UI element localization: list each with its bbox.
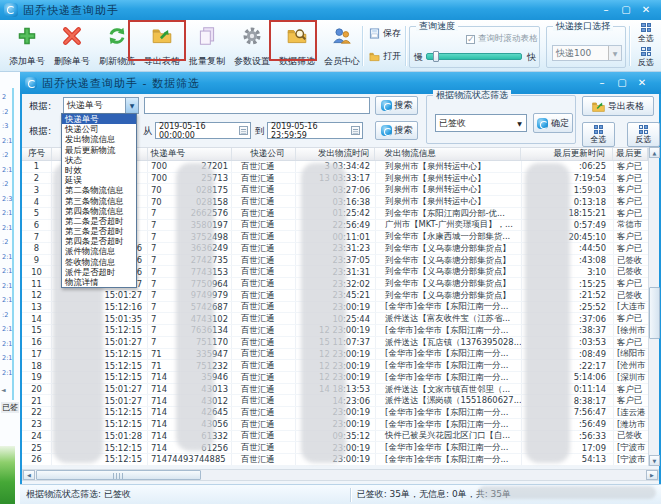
background-text-fragment: 2:1 bbox=[2, 341, 12, 348]
maximize-button[interactable]: ▢ bbox=[619, 3, 633, 16]
table-cell: 13 bbox=[22, 302, 52, 313]
dropdown-option[interactable]: 发出物流信息 bbox=[62, 134, 136, 144]
scroll-left-icon[interactable]: ◀ bbox=[23, 470, 35, 480]
open-button[interactable]: 打开 bbox=[366, 46, 404, 66]
table-cell: 到金华市【义乌泰塘分部集货点】 bbox=[376, 278, 522, 289]
dropdown-option[interactable]: 第三条是否超时 bbox=[62, 226, 136, 236]
dialog-invert-button[interactable]: 反选 bbox=[627, 122, 660, 147]
member-center-button[interactable]: 会员中心 bbox=[320, 23, 364, 69]
table-cell: 百世汇通 bbox=[232, 161, 296, 172]
dropdown-option[interactable]: 状态 bbox=[62, 155, 136, 165]
minimize-button[interactable]: – bbox=[599, 3, 613, 16]
search-icon bbox=[381, 125, 392, 136]
scroll-down-icon[interactable]: ▼ bbox=[649, 455, 660, 466]
table-cell: 7 bbox=[22, 231, 52, 242]
table-cell: 16 bbox=[22, 337, 52, 348]
vertical-scroll-thumb[interactable] bbox=[649, 287, 660, 339]
column-header[interactable]: 发出物流信息 bbox=[375, 148, 521, 160]
dropdown-option[interactable]: 第二条物流信息 bbox=[62, 185, 136, 195]
calendar-icon[interactable] bbox=[351, 126, 360, 135]
table-cell: [潍坊市 bbox=[614, 419, 648, 430]
batch-copy-button[interactable]: 批量复制 bbox=[185, 23, 229, 69]
speed-slider[interactable] bbox=[426, 53, 522, 60]
dialog-minimize-button[interactable]: – bbox=[595, 76, 609, 89]
dropdown-option[interactable]: 第四条物流信息 bbox=[62, 206, 136, 216]
scroll-table-checkbox[interactable] bbox=[466, 35, 475, 44]
invert-select-button[interactable]: 反选 bbox=[633, 47, 659, 68]
table-cell: 百世汇通 bbox=[232, 208, 296, 219]
background-text-fragment: 2:1 bbox=[2, 297, 12, 304]
scroll-table-checkbox-label: 查询时滚动表格 bbox=[478, 33, 538, 45]
dropdown-option[interactable]: 延误 bbox=[62, 175, 136, 185]
calendar-icon[interactable] bbox=[239, 126, 248, 135]
filter1-label: 根据: bbox=[29, 100, 51, 113]
date-from-input[interactable]: 2019-05-16 00:00:00 bbox=[155, 122, 251, 139]
status-combo[interactable]: 已签收 ▼ bbox=[435, 114, 527, 132]
refresh-logistics-button[interactable]: 刷新物流 bbox=[95, 23, 139, 69]
scroll-right-icon[interactable]: ▶ bbox=[646, 470, 658, 480]
scroll-up-icon[interactable]: ▲ bbox=[649, 147, 660, 158]
dropdown-option[interactable]: 第二条是否超时 bbox=[62, 216, 136, 226]
select-all-button[interactable]: 全选 bbox=[633, 23, 659, 44]
date-to-input[interactable]: 2019-05-16 23:59:59 bbox=[267, 122, 363, 139]
confirm-icon bbox=[537, 118, 548, 129]
column-header[interactable]: 最后更新时间 bbox=[521, 148, 613, 160]
dropdown-option[interactable]: 时效 bbox=[62, 165, 136, 175]
search-button-1[interactable]: 搜索 bbox=[375, 96, 418, 115]
export-table-button[interactable]: 导出表格 bbox=[140, 23, 184, 69]
column-header[interactable]: 快递公司 bbox=[232, 148, 296, 160]
filter-folder-magnifier-icon bbox=[286, 25, 308, 47]
dropdown-option[interactable]: 快递单号 bbox=[62, 114, 136, 124]
add-number-button[interactable]: 添加单号 bbox=[5, 23, 49, 69]
dialog-maximize-button[interactable]: ▢ bbox=[615, 76, 629, 89]
delete-number-button[interactable]: 删除单号 bbox=[50, 23, 94, 69]
screen: 2:2:32:1:22:1:22:32:12:1:22:12:12:12:1:2… bbox=[0, 0, 661, 504]
column-header[interactable]: 序号 bbox=[22, 148, 52, 160]
table-cell: 百世汇通 bbox=[232, 442, 296, 453]
dropdown-option[interactable]: 快递公司 bbox=[62, 124, 136, 134]
save-button[interactable]: 保存 bbox=[366, 23, 404, 43]
interface-combo[interactable]: 快递100 ▼ bbox=[552, 45, 622, 61]
background-text-fragment: 2:1 bbox=[2, 283, 12, 290]
people-icon bbox=[331, 25, 353, 47]
table-cell: 百世汇通 bbox=[232, 454, 296, 465]
table-cell: [金华市]金华市【东阳江南一分... bbox=[376, 325, 522, 336]
settings-button[interactable]: 参数设置 bbox=[230, 23, 274, 69]
table-cell: [大连市 bbox=[614, 302, 648, 313]
dialog-select-all-button[interactable]: 全选 bbox=[582, 122, 615, 147]
dropdown-option[interactable]: 第三条物流信息 bbox=[62, 196, 136, 206]
filter-field-combo[interactable]: 快递单号 ▼ bbox=[63, 97, 139, 114]
close-button[interactable]: ✕ bbox=[639, 3, 653, 16]
dropdown-option[interactable]: 签收物流信息 bbox=[62, 257, 136, 267]
column-header[interactable]: 快递单号 bbox=[148, 148, 232, 160]
horizontal-scrollbar[interactable]: ◀ ▶ bbox=[22, 469, 659, 481]
search-button-2[interactable]: 搜索 bbox=[375, 121, 418, 140]
filter-keyword-input[interactable] bbox=[144, 97, 370, 114]
table-cell: 常德市 bbox=[614, 220, 648, 231]
dialog-close-button[interactable]: ✕ bbox=[635, 76, 649, 89]
dialog-export-button[interactable]: 导出表格 bbox=[582, 96, 654, 116]
background-text-fragment: 2:1 bbox=[2, 326, 12, 333]
dropdown-option[interactable]: 派件是否超时 bbox=[62, 267, 136, 277]
dropdown-option[interactable]: 最后更新物流 bbox=[62, 145, 136, 155]
horizontal-scroll-thumb[interactable] bbox=[36, 470, 201, 480]
table-cell: 广州市【MKT-广州奕璟项目】，... bbox=[376, 220, 522, 231]
table-cell: 客户已 bbox=[614, 196, 648, 207]
query-speed-group: 查询速度 查询时滚动表格 慢 快 bbox=[409, 26, 540, 68]
background-text-fragment: 2:1 bbox=[2, 268, 12, 275]
dropdown-option[interactable]: 物流详情 bbox=[62, 277, 136, 287]
dropdown-option[interactable]: 第四条是否超时 bbox=[62, 236, 136, 246]
background-scroll-arrow: ◄ bbox=[1, 386, 6, 393]
data-filter-button[interactable]: 数据筛选 bbox=[275, 23, 319, 69]
main-window-title: 固乔快递查询助手 bbox=[23, 3, 119, 18]
speed-slider-thumb[interactable] bbox=[433, 51, 439, 62]
refresh-icon bbox=[106, 25, 128, 47]
vertical-scrollbar[interactable]: ▲ ▼ bbox=[648, 147, 659, 466]
dropdown-option[interactable]: 派件物流信息 bbox=[62, 246, 136, 256]
column-header[interactable]: 最后更 bbox=[613, 148, 647, 160]
column-header[interactable]: 发出物流时间 bbox=[296, 148, 376, 160]
table-cell: 快件已被吴兴花园北区门口【自... bbox=[376, 431, 522, 442]
confirm-button[interactable]: 确定 bbox=[533, 113, 573, 133]
background-text-fragment: :2 bbox=[2, 239, 8, 246]
table-cell: 百世汇通 bbox=[232, 184, 296, 195]
